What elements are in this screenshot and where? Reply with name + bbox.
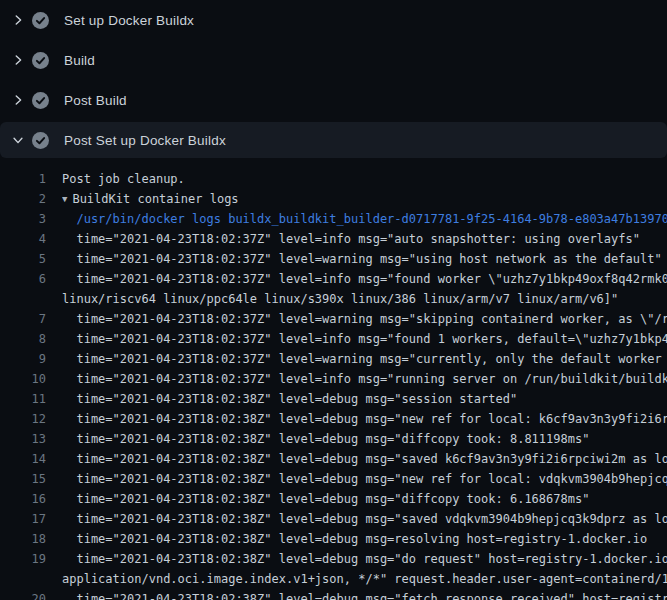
- line-number[interactable]: [0, 569, 46, 589]
- line-number[interactable]: 19: [0, 549, 46, 569]
- log-line: 15 ▼ time="2021-04-23T18:02:38Z" level=d…: [0, 469, 667, 489]
- log-line-continuation: ▼linux/riscv64 linux/ppc64le linux/s390x…: [0, 289, 667, 309]
- log-text: ▼ time="2021-04-23T18:02:37Z" level=info…: [62, 329, 667, 349]
- log-text: ▼ /usr/bin/docker logs buildx_buildkit_b…: [62, 209, 667, 229]
- triangle-down-icon[interactable]: ▼: [62, 194, 67, 204]
- line-number[interactable]: 8: [0, 329, 46, 349]
- log-line: 5 ▼ time="2021-04-23T18:02:37Z" level=wa…: [0, 249, 667, 269]
- log-line: 12 ▼ time="2021-04-23T18:02:38Z" level=d…: [0, 409, 667, 429]
- chevron-down-icon[interactable]: [11, 132, 25, 148]
- log-text: ▼ time="2021-04-23T18:02:38Z" level=debu…: [62, 389, 517, 409]
- line-number[interactable]: 1: [0, 169, 46, 189]
- step-label: Post Build: [64, 93, 127, 108]
- check-circle-icon: [32, 132, 49, 149]
- actions-log-viewer: Set up Docker Buildx Build Post Build: [0, 0, 667, 600]
- step-post-build[interactable]: Post Build: [0, 80, 667, 120]
- step-list: Set up Docker Buildx Build Post Build: [0, 0, 667, 158]
- chevron-right-icon[interactable]: [11, 92, 25, 108]
- line-number[interactable]: 7: [0, 309, 46, 329]
- log-text: ▼ time="2021-04-23T18:02:38Z" level=debu…: [62, 449, 667, 469]
- log-text: ▼ time="2021-04-23T18:02:38Z" level=debu…: [62, 589, 667, 600]
- log-line: 17 ▼ time="2021-04-23T18:02:38Z" level=d…: [0, 509, 667, 529]
- line-number[interactable]: [0, 289, 46, 309]
- line-number[interactable]: 17: [0, 509, 46, 529]
- log-line: 7 ▼ time="2021-04-23T18:02:37Z" level=wa…: [0, 309, 667, 329]
- log-text: ▼ time="2021-04-23T18:02:37Z" level=warn…: [62, 249, 662, 269]
- step-label: Build: [64, 53, 95, 68]
- log-text: ▼ time="2021-04-23T18:02:37Z" level=info…: [62, 269, 667, 289]
- log-line: 9 ▼ time="2021-04-23T18:02:37Z" level=wa…: [0, 349, 667, 369]
- check-circle-icon: [32, 52, 49, 69]
- log-line: 6 ▼ time="2021-04-23T18:02:37Z" level=in…: [0, 269, 667, 289]
- line-number[interactable]: 5: [0, 249, 46, 269]
- step-build[interactable]: Build: [0, 40, 667, 80]
- line-number[interactable]: 14: [0, 449, 46, 469]
- line-number[interactable]: 3: [0, 209, 46, 229]
- log-line: 11 ▼ time="2021-04-23T18:02:38Z" level=d…: [0, 389, 667, 409]
- log-line: 3 ▼ /usr/bin/docker logs buildx_buildkit…: [0, 209, 667, 229]
- line-number[interactable]: 12: [0, 409, 46, 429]
- line-number[interactable]: 20: [0, 589, 46, 600]
- step-label: Post Set up Docker Buildx: [64, 133, 226, 148]
- log-output: 1 ▼Post job cleanup. 2 ▼BuildKit contain…: [0, 160, 667, 600]
- line-number[interactable]: 18: [0, 529, 46, 549]
- log-text: ▼linux/riscv64 linux/ppc64le linux/s390x…: [62, 289, 618, 309]
- line-number[interactable]: 9: [0, 349, 46, 369]
- line-number[interactable]: 10: [0, 369, 46, 389]
- log-text: ▼ time="2021-04-23T18:02:37Z" level=warn…: [62, 309, 667, 329]
- log-line-continuation: ▼application/vnd.oci.image.index.v1+json…: [0, 569, 667, 589]
- log-line: 20 ▼ time="2021-04-23T18:02:38Z" level=d…: [0, 589, 667, 600]
- step-post-set-up-docker-buildx[interactable]: Post Set up Docker Buildx: [0, 122, 667, 158]
- check-circle-icon: [32, 12, 49, 29]
- log-line: 10 ▼ time="2021-04-23T18:02:37Z" level=i…: [0, 369, 667, 389]
- log-line: 4 ▼ time="2021-04-23T18:02:37Z" level=in…: [0, 229, 667, 249]
- chevron-right-icon[interactable]: [11, 12, 25, 28]
- line-number[interactable]: 15: [0, 469, 46, 489]
- log-text: ▼ time="2021-04-23T18:02:38Z" level=debu…: [62, 429, 589, 449]
- line-number[interactable]: 13: [0, 429, 46, 449]
- log-line: 19 ▼ time="2021-04-23T18:02:38Z" level=d…: [0, 549, 667, 569]
- log-group-toggle-line: 2 ▼BuildKit container logs: [0, 189, 667, 209]
- log-line: 8 ▼ time="2021-04-23T18:02:37Z" level=in…: [0, 329, 667, 349]
- line-number[interactable]: 6: [0, 269, 46, 289]
- chevron-right-icon[interactable]: [11, 52, 25, 68]
- step-label: Set up Docker Buildx: [64, 13, 194, 28]
- log-text: ▼ time="2021-04-23T18:02:38Z" level=debu…: [62, 529, 647, 549]
- line-number[interactable]: 2: [0, 189, 46, 209]
- log-line: 13 ▼ time="2021-04-23T18:02:38Z" level=d…: [0, 429, 667, 449]
- log-text: ▼ time="2021-04-23T18:02:38Z" level=debu…: [62, 549, 667, 569]
- log-text: ▼application/vnd.oci.image.index.v1+json…: [62, 569, 667, 589]
- log-text: ▼ time="2021-04-23T18:02:38Z" level=debu…: [62, 509, 667, 529]
- log-text: ▼ time="2021-04-23T18:02:38Z" level=debu…: [62, 469, 667, 489]
- log-text: ▼ time="2021-04-23T18:02:37Z" level=info…: [62, 229, 640, 249]
- log-text: ▼Post job cleanup.: [62, 169, 185, 189]
- log-text: ▼ time="2021-04-23T18:02:38Z" level=debu…: [62, 489, 589, 509]
- log-line: 14 ▼ time="2021-04-23T18:02:38Z" level=d…: [0, 449, 667, 469]
- line-number[interactable]: 4: [0, 229, 46, 249]
- log-text: ▼ time="2021-04-23T18:02:38Z" level=debu…: [62, 409, 667, 429]
- line-number[interactable]: 16: [0, 489, 46, 509]
- line-number[interactable]: 11: [0, 389, 46, 409]
- log-line: 18 ▼ time="2021-04-23T18:02:38Z" level=d…: [0, 529, 667, 549]
- log-text: ▼BuildKit container logs: [62, 189, 239, 209]
- log-line: 1 ▼Post job cleanup.: [0, 169, 667, 189]
- step-set-up-docker-buildx[interactable]: Set up Docker Buildx: [0, 0, 667, 40]
- log-text: ▼ time="2021-04-23T18:02:37Z" level=info…: [62, 369, 667, 389]
- log-text: ▼ time="2021-04-23T18:02:37Z" level=warn…: [62, 349, 667, 369]
- check-circle-icon: [32, 92, 49, 109]
- log-line: 16 ▼ time="2021-04-23T18:02:38Z" level=d…: [0, 489, 667, 509]
